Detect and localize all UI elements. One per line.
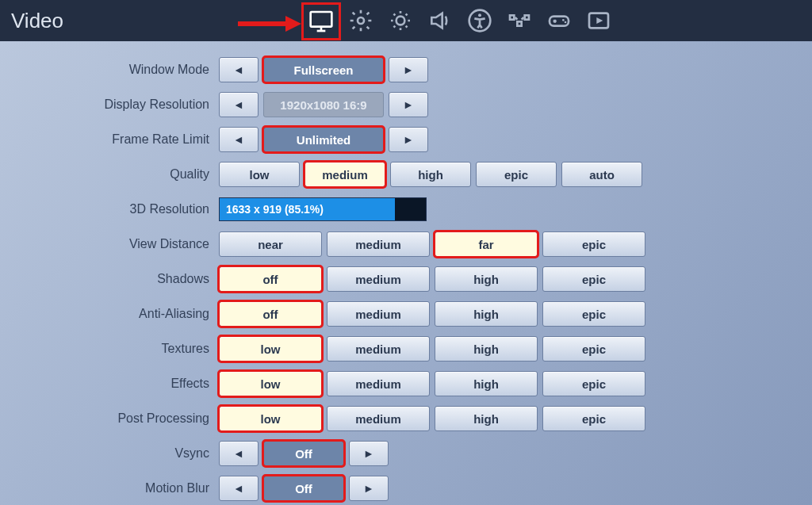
tab-replay[interactable] xyxy=(579,0,619,41)
frame-limit-prev[interactable]: ◄ xyxy=(219,127,259,152)
svg-rect-9 xyxy=(510,15,514,19)
option-epic[interactable]: epic xyxy=(542,266,645,292)
brightness-icon xyxy=(388,8,413,33)
label-shadows: Shadows xyxy=(0,272,219,286)
option-off[interactable]: off xyxy=(219,266,322,292)
speaker-icon xyxy=(427,8,453,33)
label-quality: Quality xyxy=(0,167,219,182)
post-processing-options: lowmediumhighepic xyxy=(219,406,645,431)
svg-point-13 xyxy=(562,19,565,21)
option-high[interactable]: high xyxy=(435,406,538,431)
resolution-next[interactable]: ► xyxy=(389,92,428,117)
header-bar: Video xyxy=(0,0,812,41)
quality-options: lowmediumhighepicauto xyxy=(219,162,642,187)
option-high[interactable]: high xyxy=(435,266,538,292)
row-effects: Effects lowmediumhighepic xyxy=(0,369,812,398)
row-shadows: Shadows offmediumhighepic xyxy=(0,265,812,293)
option-epic[interactable]: epic xyxy=(542,231,645,257)
window-mode-value[interactable]: Fullscreen xyxy=(263,57,384,82)
option-low[interactable]: low xyxy=(219,406,322,431)
gear-icon xyxy=(348,8,373,33)
svg-marker-1 xyxy=(285,16,301,32)
tab-audio[interactable] xyxy=(420,0,460,41)
3d-resolution-text: 1633 x 919 (85.1%) xyxy=(226,198,324,220)
option-auto[interactable]: auto xyxy=(561,162,642,187)
label-motion-blur: Motion Blur xyxy=(0,481,219,495)
view-distance-options: nearmediumfarepic xyxy=(219,231,645,257)
option-medium[interactable]: medium xyxy=(327,231,430,257)
option-medium[interactable]: medium xyxy=(304,162,385,187)
resolution-prev[interactable]: ◄ xyxy=(219,92,259,117)
option-medium[interactable]: medium xyxy=(327,371,430,396)
tab-accessibility[interactable] xyxy=(460,0,500,41)
option-high[interactable]: high xyxy=(435,336,538,362)
row-textures: Textures lowmediumhighepic xyxy=(0,335,812,363)
option-far[interactable]: far xyxy=(435,231,538,257)
label-textures: Textures xyxy=(0,342,219,356)
row-post-processing: Post Processing lowmediumhighepic xyxy=(0,404,812,433)
option-medium[interactable]: medium xyxy=(327,266,430,292)
option-high[interactable]: high xyxy=(390,162,471,187)
monitor-icon xyxy=(308,9,334,34)
option-epic[interactable]: epic xyxy=(542,301,645,327)
svg-point-5 xyxy=(358,17,364,24)
row-3d-resolution: 3D Resolution 1633 x 919 (85.1%) xyxy=(0,195,812,224)
motion-blur-next[interactable]: ► xyxy=(349,476,389,501)
label-window-mode: Window Mode xyxy=(0,63,219,77)
svg-rect-10 xyxy=(525,15,529,19)
row-vsync: Vsync ◄ Off ► xyxy=(0,439,812,468)
svg-rect-11 xyxy=(517,21,521,25)
textures-options: lowmediumhighepic xyxy=(219,336,645,362)
play-box-icon xyxy=(586,8,611,33)
page-title: Video xyxy=(11,9,63,33)
label-post-processing: Post Processing xyxy=(0,411,219,426)
svg-point-6 xyxy=(396,17,405,25)
option-low[interactable]: low xyxy=(219,371,322,396)
row-view-distance: View Distance nearmediumfarepic xyxy=(0,230,812,258)
option-epic[interactable]: epic xyxy=(542,336,645,362)
option-medium[interactable]: medium xyxy=(327,406,430,431)
vsync-value[interactable]: Off xyxy=(263,441,344,466)
controller-icon xyxy=(546,8,572,33)
row-motion-blur: Motion Blur ◄ Off ► xyxy=(0,474,812,503)
option-low[interactable]: low xyxy=(219,336,322,362)
option-medium[interactable]: medium xyxy=(327,301,430,327)
option-near[interactable]: near xyxy=(219,231,322,257)
callout-arrow xyxy=(238,16,301,32)
option-epic[interactable]: epic xyxy=(476,162,557,187)
label-view-distance: View Distance xyxy=(0,237,219,251)
vsync-prev[interactable]: ◄ xyxy=(219,441,259,466)
option-high[interactable]: high xyxy=(435,301,538,327)
hud-icon xyxy=(507,8,532,33)
tab-video[interactable] xyxy=(301,2,341,40)
tab-controller[interactable] xyxy=(539,0,579,41)
option-low[interactable]: low xyxy=(219,162,300,187)
row-window-mode: Window Mode ◄ Fullscreen ► xyxy=(0,55,812,84)
frame-limit-value[interactable]: Unlimited xyxy=(263,127,384,152)
motion-blur-prev[interactable]: ◄ xyxy=(219,476,259,501)
row-anti-aliasing: Anti-Aliasing offmediumhighepic xyxy=(0,300,812,328)
tab-brightness[interactable] xyxy=(381,0,420,41)
3d-resolution-slider[interactable]: 1633 x 919 (85.1%) xyxy=(219,197,427,221)
motion-blur-value[interactable]: Off xyxy=(263,476,344,501)
vsync-next[interactable]: ► xyxy=(349,441,389,466)
row-quality: Quality lowmediumhighepicauto xyxy=(0,160,812,189)
tab-game[interactable] xyxy=(341,0,381,41)
label-display-resolution: Display Resolution xyxy=(0,98,219,112)
svg-rect-12 xyxy=(550,17,569,26)
label-vsync: Vsync xyxy=(0,446,219,461)
option-epic[interactable]: epic xyxy=(542,371,645,396)
svg-point-8 xyxy=(478,13,481,17)
option-medium[interactable]: medium xyxy=(327,336,430,362)
window-mode-next[interactable]: ► xyxy=(389,57,428,82)
shadows-options: offmediumhighepic xyxy=(219,266,645,292)
tab-hud[interactable] xyxy=(500,0,539,41)
settings-tabs xyxy=(301,0,619,41)
option-high[interactable]: high xyxy=(435,371,538,396)
option-epic[interactable]: epic xyxy=(542,406,645,431)
label-effects: Effects xyxy=(0,377,219,391)
label-3d-resolution: 3D Resolution xyxy=(0,202,219,216)
option-off[interactable]: off xyxy=(219,301,322,327)
window-mode-prev[interactable]: ◄ xyxy=(219,57,259,82)
frame-limit-next[interactable]: ► xyxy=(389,127,428,152)
